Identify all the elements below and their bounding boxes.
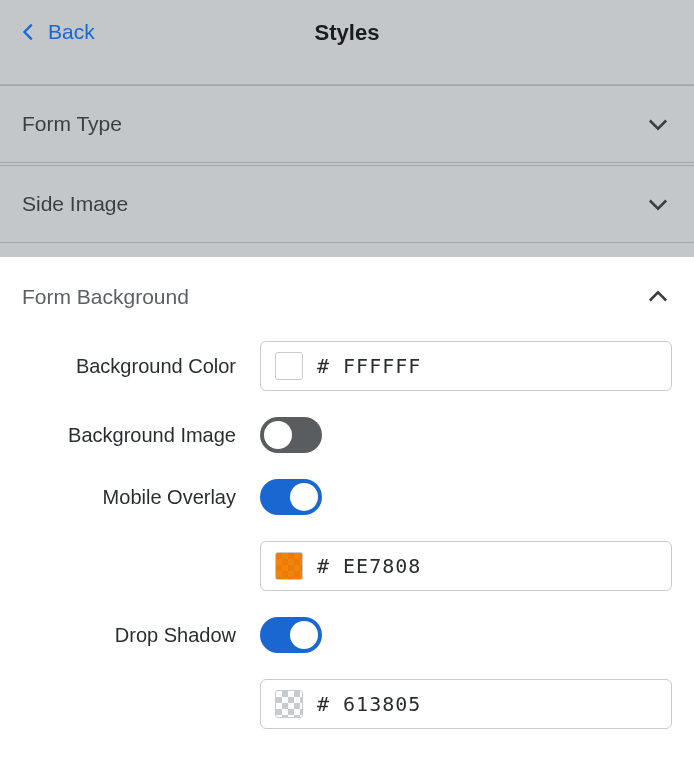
hash-symbol: # [317,554,329,578]
section-form-type[interactable]: Form Type [0,85,694,163]
back-label: Back [48,20,95,44]
field-label: Mobile Overlay [22,486,260,509]
section-form-background: Form Background Background Color # Backg… [0,257,694,762]
panel-header: Back Styles [0,0,694,85]
chevron-up-icon [644,283,672,311]
chevron-left-icon [18,21,40,43]
toggle-mobile-overlay[interactable] [260,479,322,515]
section-side-image[interactable]: Side Image [0,165,694,243]
color-swatch[interactable] [275,552,303,580]
section-label: Side Image [22,192,128,216]
row-mobile-overlay: Mobile Overlay [22,479,672,515]
toggle-knob [290,621,318,649]
hash-symbol: # [317,692,329,716]
toggle-drop-shadow[interactable] [260,617,322,653]
back-button[interactable]: Back [0,20,95,44]
section-label: Form Background [22,285,189,309]
color-input[interactable]: # [260,341,672,391]
panel-title: Styles [0,20,694,46]
row-background-color: Background Color # [22,341,672,391]
row-background-image: Background Image [22,417,672,453]
color-input[interactable]: # [260,541,672,591]
color-swatch[interactable] [275,690,303,718]
hex-input[interactable] [343,554,657,578]
field-label: Drop Shadow [22,624,260,647]
section-form-background-header[interactable]: Form Background [22,283,672,311]
row-drop-shadow-color: . # [22,679,672,729]
chevron-down-icon [644,190,672,218]
toggle-background-image[interactable] [260,417,322,453]
field-label: Background Color [22,355,260,378]
color-swatch[interactable] [275,352,303,380]
field-label: Background Image [22,424,260,447]
section-label: Form Type [22,112,122,136]
hex-input[interactable] [343,692,657,716]
hash-symbol: # [317,354,329,378]
toggle-knob [290,483,318,511]
row-mobile-overlay-color: . # [22,541,672,591]
accordion: Form Type Side Image [0,85,694,257]
color-input[interactable]: # [260,679,672,729]
row-drop-shadow: Drop Shadow [22,617,672,653]
toggle-knob [264,421,292,449]
chevron-down-icon [644,110,672,138]
hex-input[interactable] [343,354,657,378]
accordion-gap [0,243,694,257]
